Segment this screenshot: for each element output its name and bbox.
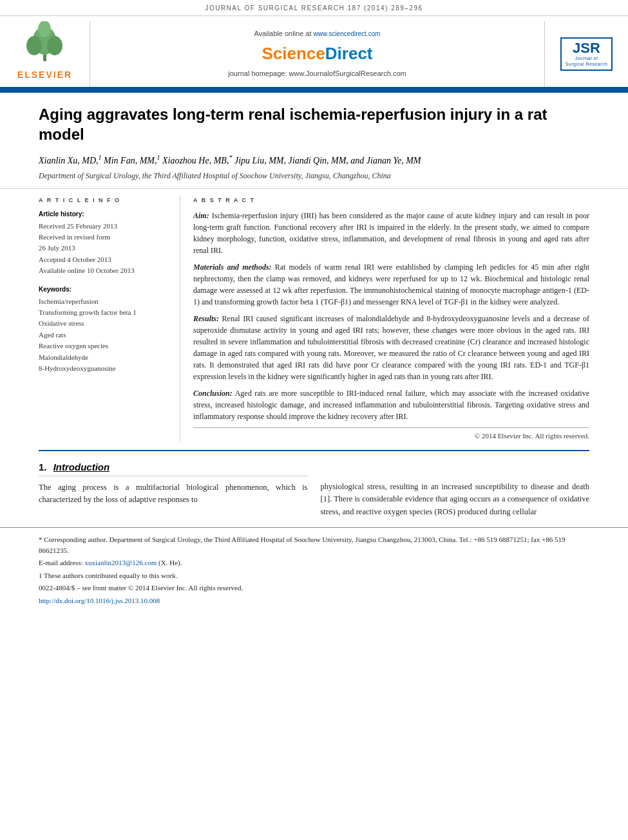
- footnote-1: 1 These authors contributed equally to t…: [39, 570, 589, 581]
- keyword-5: Reactive oxygen species: [39, 341, 170, 351]
- keyword-1: Ischemia/reperfusion: [39, 297, 170, 306]
- svg-point-2: [26, 36, 42, 55]
- sciencedirect-url[interactable]: www.sciencedirect.com: [314, 30, 381, 37]
- revised-date: 26 July 2013: [39, 243, 170, 253]
- online-date: Available online 10 October 2013: [39, 266, 170, 275]
- conclusion-text: Aged rats are more susceptible to IRI-in…: [193, 389, 589, 421]
- abstract-conclusion: Conclusion: Aged rats are more susceptib…: [193, 387, 589, 422]
- conclusion-label: Conclusion:: [193, 389, 233, 398]
- journal-homepage: journal homepage: www.JournalofSurgicalR…: [228, 69, 406, 79]
- affiliation: Department of Surgical Urology, the Thir…: [39, 171, 589, 182]
- methods-label: Materials and methods:: [193, 263, 272, 272]
- authors: Xianlin Xu, MD,1 Min Fan, MM,1 Xiaozhou …: [39, 153, 589, 167]
- svg-point-3: [47, 36, 62, 55]
- aim-text: Ischemia-reperfusion injury (IRI) has be…: [193, 211, 589, 255]
- keywords-heading: Keywords:: [39, 285, 170, 294]
- svg-point-4: [38, 21, 51, 37]
- right-column: A B S T R A C T Aim: Ischemia-reperfusio…: [193, 196, 589, 441]
- jsr-subtitle: Journal ofSurgical Research: [566, 55, 608, 67]
- elsevier-label: ELSEVIER: [17, 69, 72, 82]
- footnote-corresponding: * Corresponding author. Department of Su…: [39, 534, 589, 555]
- elsevier-logo: ELSEVIER: [0, 21, 90, 87]
- intro-left: 1. Introduction The aging process is a m…: [39, 460, 308, 518]
- footnote-email: E-mail address: xuxianlin2013@126.com (X…: [39, 557, 589, 568]
- copyright: © 2014 Elsevier Inc. All rights reserved…: [193, 427, 589, 442]
- journal-center: Available online at www.sciencedirect.co…: [90, 21, 544, 87]
- abstract-results: Results: Renal IRI caused significant in…: [193, 313, 589, 382]
- journal-bar: JOURNAL OF SURGICAL RESEARCH 187 (2014) …: [0, 0, 628, 16]
- revised-label: Received in revised form: [39, 232, 170, 242]
- article-info-label: A R T I C L E I N F O: [39, 196, 170, 205]
- intro-heading: 1. Introduction: [39, 460, 308, 476]
- available-text: Available online at www.sciencedirect.co…: [254, 29, 380, 39]
- footnotes: * Corresponding author. Department of Su…: [0, 527, 628, 606]
- abstract-section: Aim: Ischemia-reperfusion injury (IRI) h…: [193, 210, 589, 442]
- abstract-label: A B S T R A C T: [193, 196, 589, 205]
- accepted-date: Accepted 4 October 2013: [39, 255, 170, 265]
- license-text: 0022-4804/$ – see front matter © 2014 El…: [39, 583, 589, 593]
- intro-left-text: The aging process is a multifactorial bi…: [39, 481, 308, 507]
- aim-label: Aim:: [193, 211, 209, 220]
- jsr-title: JSR: [573, 41, 600, 55]
- jsr-logo: JSR Journal ofSurgical Research: [544, 21, 628, 87]
- email-link[interactable]: xuxianlin2013@126.com: [84, 559, 157, 566]
- keyword-4: Aged rats: [39, 330, 170, 340]
- doi-link[interactable]: http://dx.doi.org/10.1016/j.jss.2013.10.…: [39, 597, 160, 604]
- keyword-6: Malondialdehyde: [39, 353, 170, 362]
- keyword-7: 8-Hydroxydeoxyguanosine: [39, 364, 170, 373]
- introduction-section: 1. Introduction The aging process is a m…: [0, 451, 628, 518]
- keyword-2: Transforming growth factor beta 1: [39, 308, 170, 317]
- article-info-abstract: A R T I C L E I N F O Article history: R…: [0, 196, 628, 441]
- abstract-aim: Aim: Ischemia-reperfusion injury (IRI) h…: [193, 210, 589, 256]
- journal-header: ELSEVIER Available online at www.science…: [0, 16, 628, 89]
- keyword-3: Oxidative stress: [39, 319, 170, 328]
- article-title: Aging aggravates long-term renal ischemi…: [39, 104, 589, 144]
- history-heading: Article history:: [39, 210, 170, 219]
- keywords-section: Keywords: Ischemia/reperfusion Transform…: [39, 285, 170, 374]
- results-label: Results:: [193, 314, 219, 323]
- sciencedirect-logo: ScienceDirect: [262, 42, 373, 65]
- intro-right-text: physiological stress, resulting in an in…: [321, 481, 590, 518]
- received-date: Received 25 February 2013: [39, 221, 170, 231]
- results-text: Renal IRI caused significant increases o…: [193, 314, 589, 381]
- abstract-methods: Materials and methods: Rat models of war…: [193, 261, 589, 308]
- doi-link-item: http://dx.doi.org/10.1016/j.jss.2013.10.…: [39, 595, 589, 606]
- left-column: A R T I C L E I N F O Article history: R…: [39, 196, 180, 441]
- intro-right: physiological stress, resulting in an in…: [321, 460, 590, 518]
- article-title-section: Aging aggravates long-term renal ischemi…: [0, 93, 628, 189]
- article-history: Article history: Received 25 February 20…: [39, 210, 170, 276]
